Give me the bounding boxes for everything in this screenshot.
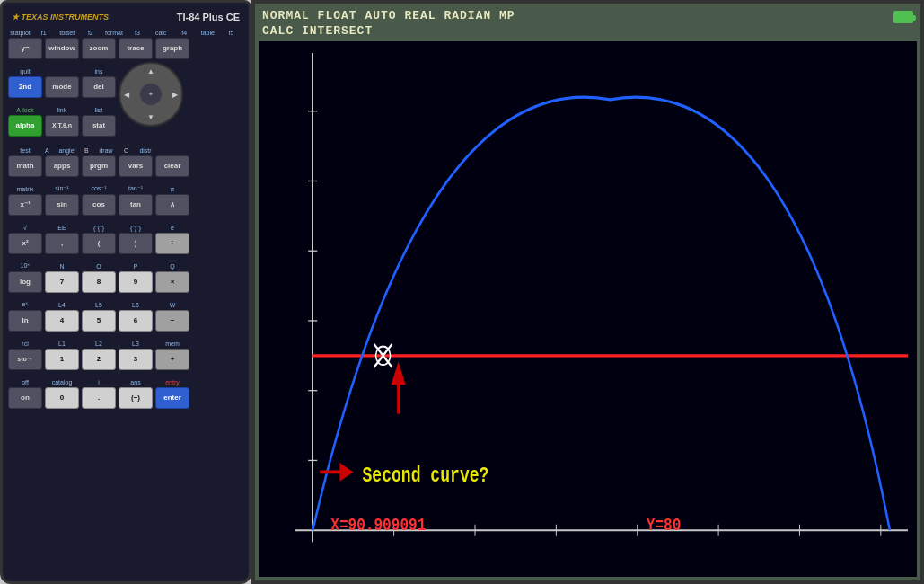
calculator-body: ★ TEXAS INSTRUMENTS TI-84 Plus CE statpl… (0, 0, 251, 584)
label-entry: entry (155, 379, 189, 385)
key-window[interactable]: window (45, 38, 79, 59)
key-trace[interactable]: trace (119, 38, 153, 59)
fn-label-f3: f3 (127, 30, 147, 36)
status-line-2: CALC INTERSECT (262, 24, 913, 38)
key-enter[interactable]: enter (155, 387, 189, 409)
key-row-4: math apps prgm vars clear (8, 155, 243, 177)
key-row-6: x² , ( ) ÷ (8, 233, 243, 254)
key-sin[interactable]: sin (45, 194, 79, 216)
key-lparen[interactable]: ( (82, 233, 116, 254)
fn-label-f1: f1 (33, 30, 54, 36)
key-row-1: y= window zoom trace graph (8, 38, 243, 59)
key-1[interactable]: 1 (45, 349, 79, 370)
key-x-squared[interactable]: x² (8, 233, 42, 254)
key-mode[interactable]: mode (45, 76, 79, 98)
label-off: off (8, 379, 42, 385)
key-multiply[interactable]: × (155, 271, 189, 293)
fn-label-table: table (198, 30, 218, 36)
label-A: A (45, 147, 48, 154)
key-caret[interactable]: ∧ (155, 194, 189, 216)
key-7[interactable]: 7 (45, 271, 79, 293)
key-sto[interactable]: sto→ (8, 349, 42, 370)
key-3[interactable]: 3 (119, 349, 153, 370)
key-plus[interactable]: + (155, 349, 189, 370)
fn-label-tblset: tblset (57, 30, 77, 36)
key-2[interactable]: 2 (82, 349, 116, 370)
svg-text:Second curve?: Second curve? (362, 465, 488, 488)
key-minus[interactable]: − (155, 310, 189, 332)
key-vars[interactable]: vars (119, 155, 153, 177)
key-cos[interactable]: cos (82, 194, 116, 216)
label-link: link (45, 107, 79, 113)
row10-labels: off catalog i ans entry (8, 373, 243, 385)
key-neg[interactable]: (−) (119, 387, 153, 409)
battery-indicator (893, 11, 913, 23)
key-alpha[interactable]: alpha (8, 115, 42, 137)
key-graph[interactable]: graph (155, 38, 189, 59)
screen-panel: NORMAL FLOAT AUTO REAL RADIAN MP CALC IN… (251, 0, 924, 584)
row5-labels: matrix sin⁻¹ cos⁻¹ tan⁻¹ π (8, 180, 243, 192)
key-math[interactable]: math (8, 155, 42, 177)
label-e: e (155, 225, 189, 231)
label-ex: eˣ (8, 301, 42, 308)
key-9[interactable]: 9 (119, 271, 153, 293)
label-sin-inv: sin⁻¹ (45, 185, 79, 192)
row8-labels: eˣ L4 L5 L6 W (8, 296, 243, 308)
key-clear[interactable]: clear (155, 155, 189, 177)
key-ln[interactable]: ln (8, 310, 42, 332)
dpad[interactable]: ▲ ▼ ◀ ▶ ✦ (119, 62, 183, 127)
svg-text:Y=80: Y=80 (647, 515, 682, 535)
label-quit: quit (8, 68, 42, 75)
key-4[interactable]: 4 (45, 310, 79, 332)
key-prgm[interactable]: prgm (82, 155, 116, 177)
key-on[interactable]: on (8, 387, 42, 409)
key-divide[interactable]: ÷ (155, 233, 189, 254)
label-C: C (124, 147, 128, 154)
row9-labels: rcl L1 L2 L3 mem (8, 334, 243, 347)
label-lbrace: {"{"} (82, 225, 116, 231)
key-del[interactable]: del (82, 76, 116, 98)
key-0[interactable]: 0 (45, 387, 79, 409)
fn-label-f5: f5 (221, 30, 242, 36)
key-xtthetan[interactable]: X,T,θ,n (45, 115, 79, 137)
fn-label-f4: f4 (174, 30, 195, 36)
key-y-equals[interactable]: y= (8, 38, 42, 59)
key-8[interactable]: 8 (82, 271, 116, 293)
dpad-center[interactable]: ✦ (139, 83, 163, 106)
dpad-down[interactable]: ▼ (147, 113, 154, 121)
label-O: O (82, 263, 116, 270)
dpad-right[interactable]: ▶ (172, 91, 178, 99)
row4-labels: test A angle B draw C distr (8, 141, 243, 154)
row7-labels: 10ˣ N O P Q (8, 257, 243, 270)
label-Q: Q (155, 263, 189, 270)
label-cos-inv: cos⁻¹ (82, 185, 116, 192)
status-bar: NORMAL FLOAT AUTO REAL RADIAN MP CALC IN… (255, 4, 920, 40)
row3-labels: A-lock link list (8, 101, 116, 113)
dpad-up[interactable]: ▲ (147, 67, 154, 75)
label-L1: L1 (45, 341, 79, 347)
dpad-left[interactable]: ◀ (124, 91, 129, 99)
key-log[interactable]: log (8, 271, 42, 293)
status-line-1: NORMAL FLOAT AUTO REAL RADIAN MP (262, 9, 913, 22)
label-test: test (8, 147, 42, 154)
key-apps[interactable]: apps (45, 155, 79, 177)
key-decimal[interactable]: . (82, 387, 116, 409)
key-5[interactable]: 5 (82, 310, 116, 332)
key-2nd[interactable]: 2nd (8, 76, 42, 98)
key-x-inverse[interactable]: x⁻¹ (8, 194, 42, 216)
label-ans: ans (119, 379, 153, 385)
key-comma[interactable]: , (45, 233, 79, 254)
key-stat[interactable]: stat (82, 115, 116, 137)
label-ins: ins (82, 68, 116, 75)
key-row-3: alpha X,T,θ,n stat (8, 115, 116, 137)
key-zoom[interactable]: zoom (82, 38, 116, 59)
label-10x: 10ˣ (8, 262, 42, 270)
graph-area: Y₂=80 (259, 41, 917, 577)
key-row-9: sto→ 1 2 3 + (8, 349, 243, 370)
label-L2: L2 (82, 341, 116, 347)
ti-model-label: TI-84 Plus CE (177, 12, 240, 22)
key-rparen[interactable]: ) (119, 233, 153, 254)
label-sqrt: √ (8, 225, 42, 231)
key-6[interactable]: 6 (119, 310, 153, 332)
key-tan[interactable]: tan (119, 194, 153, 216)
